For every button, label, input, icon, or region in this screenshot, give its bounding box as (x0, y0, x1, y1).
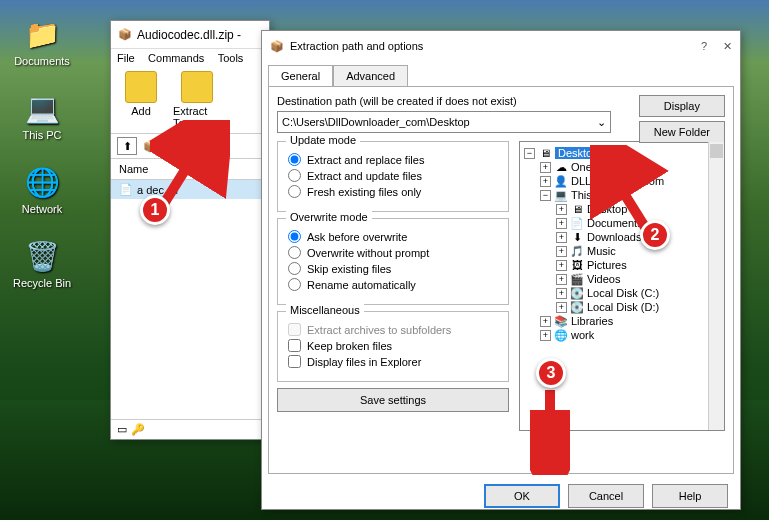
chevron-down-icon[interactable]: ⌄ (597, 116, 606, 129)
menu-file[interactable]: File (117, 52, 135, 64)
dialog-titlebar[interactable]: 📦 Extraction path and options ? ✕ (262, 31, 740, 61)
tree-item[interactable]: +📚Libraries (524, 314, 704, 328)
folder-icon: ⬇ (570, 231, 584, 243)
ok-button[interactable]: OK (484, 484, 560, 508)
tree-item[interactable]: +🎬Videos (524, 272, 704, 286)
winrar-titlebar[interactable]: 📦 Audiocodec.dll.zip - (111, 21, 269, 49)
tree-scrollbar[interactable] (708, 142, 724, 430)
expand-icon[interactable]: + (540, 316, 551, 327)
desktop-icon-thispc[interactable]: 💻This PC (10, 89, 74, 141)
expand-icon[interactable]: − (524, 148, 535, 159)
save-settings-button[interactable]: Save settings (277, 388, 509, 412)
marker-1: 1 (140, 195, 170, 225)
status-icon: 🔑 (131, 423, 145, 436)
tree-label: Local Disk (C:) (587, 287, 659, 299)
marker-3: 3 (536, 358, 566, 388)
folder-icon: 🖥 (538, 147, 552, 159)
folder-icon: 💽 (570, 301, 584, 313)
up-button[interactable]: ⬆ (117, 137, 137, 155)
tab-general[interactable]: General (268, 65, 333, 86)
destination-value: C:\Users\DllDownloader_com\Desktop (282, 116, 470, 128)
help-icon[interactable]: ? (701, 40, 707, 53)
expand-icon[interactable]: + (556, 204, 567, 215)
winrar-title: Audiocodec.dll.zip - (137, 28, 241, 42)
check-subfolders[interactable]: Extract archives to subfolders (288, 323, 498, 336)
desktop-icon-network[interactable]: 🌐Network (10, 163, 74, 215)
winrar-icon: 📦 (117, 27, 133, 43)
expand-icon[interactable]: + (540, 330, 551, 341)
trash-icon: 🗑️ (23, 237, 61, 275)
tree-item[interactable]: +💽Local Disk (D:) (524, 300, 704, 314)
icon-label: Documents (14, 55, 70, 67)
folder-icon: 📁 (23, 15, 61, 53)
dialog-tabs: General Advanced (268, 65, 734, 86)
folder-icon: 🎬 (570, 273, 584, 285)
close-icon[interactable]: ✕ (723, 40, 732, 53)
marker-2: 2 (640, 220, 670, 250)
radio-extract-replace[interactable]: Extract and replace files (288, 153, 498, 166)
folder-icon: 🎵 (570, 245, 584, 257)
help-button[interactable]: Help (652, 484, 728, 508)
tab-advanced[interactable]: Advanced (333, 65, 408, 86)
radio-fresh-only[interactable]: Fresh existing files only (288, 185, 498, 198)
expand-icon[interactable]: + (556, 288, 567, 299)
radio-extract-update[interactable]: Extract and update files (288, 169, 498, 182)
radio-ask[interactable]: Ask before overwrite (288, 230, 498, 243)
folder-icon: 📚 (554, 315, 568, 327)
folder-icon: 🖥 (570, 203, 584, 215)
icon-label: Recycle Bin (13, 277, 71, 289)
group-title: Update mode (286, 134, 360, 146)
update-mode-group: Update mode Extract and replace files Ex… (277, 141, 509, 212)
overwrite-mode-group: Overwrite mode Ask before overwrite Over… (277, 218, 509, 305)
display-button[interactable]: Display (639, 95, 725, 117)
tree-label: Pictures (587, 259, 627, 271)
tree-label: Music (587, 245, 616, 257)
misc-group: Miscellaneous Extract archives to subfol… (277, 311, 509, 382)
destination-input[interactable]: C:\Users\DllDownloader_com\Desktop ⌄ (277, 111, 611, 133)
tree-item[interactable]: +🌐work (524, 328, 704, 342)
folder-icon: 🌐 (554, 329, 568, 341)
expand-icon[interactable]: + (556, 218, 567, 229)
group-title: Miscellaneous (286, 304, 364, 316)
annotation-arrow-3 (530, 385, 570, 475)
new-folder-button[interactable]: New Folder (639, 121, 725, 143)
menu-commands[interactable]: Commands (148, 52, 204, 64)
tree-item[interactable]: +🖼Pictures (524, 258, 704, 272)
tree-item[interactable]: +🎵Music (524, 244, 704, 258)
expand-icon[interactable]: + (556, 302, 567, 313)
expand-icon[interactable]: + (540, 162, 551, 173)
cancel-button[interactable]: Cancel (568, 484, 644, 508)
status-icon: ▭ (117, 423, 127, 436)
expand-icon[interactable]: + (556, 274, 567, 285)
icon-label: Network (22, 203, 62, 215)
file-icon: 📄 (119, 183, 133, 196)
radio-overwrite[interactable]: Overwrite without prompt (288, 246, 498, 259)
expand-icon[interactable]: + (556, 232, 567, 243)
tree-label: Local Disk (D:) (587, 301, 659, 313)
folder-icon: 💽 (570, 287, 584, 299)
winrar-window: 📦 Audiocodec.dll.zip - File Commands Too… (110, 20, 270, 440)
extract-icon (181, 71, 213, 103)
desktop-icon-recyclebin[interactable]: 🗑️Recycle Bin (10, 237, 74, 289)
check-keep-broken[interactable]: Keep broken files (288, 339, 498, 352)
folder-icon: 📄 (570, 217, 584, 229)
expand-icon[interactable]: + (556, 260, 567, 271)
dialog-title: Extraction path and options (290, 40, 423, 52)
tree-label: work (571, 329, 594, 341)
tree-label: Videos (587, 273, 620, 285)
expand-icon[interactable]: + (556, 246, 567, 257)
winrar-icon: 📦 (270, 40, 284, 53)
extraction-dialog: 📦 Extraction path and options ? ✕ Genera… (261, 30, 741, 510)
check-display-explorer[interactable]: Display files in Explorer (288, 355, 498, 368)
radio-rename[interactable]: Rename automatically (288, 278, 498, 291)
winrar-statusbar: ▭ 🔑 (111, 419, 269, 439)
expand-icon[interactable]: − (540, 190, 551, 201)
menu-tools[interactable]: Tools (218, 52, 244, 64)
desktop-icon-documents[interactable]: 📁Documents (10, 15, 74, 67)
icon-label: This PC (22, 129, 61, 141)
tree-item[interactable]: +💽Local Disk (C:) (524, 286, 704, 300)
radio-skip[interactable]: Skip existing files (288, 262, 498, 275)
tree-label: Libraries (571, 315, 613, 327)
folder-icon: 💻 (554, 189, 568, 201)
expand-icon[interactable]: + (540, 176, 551, 187)
